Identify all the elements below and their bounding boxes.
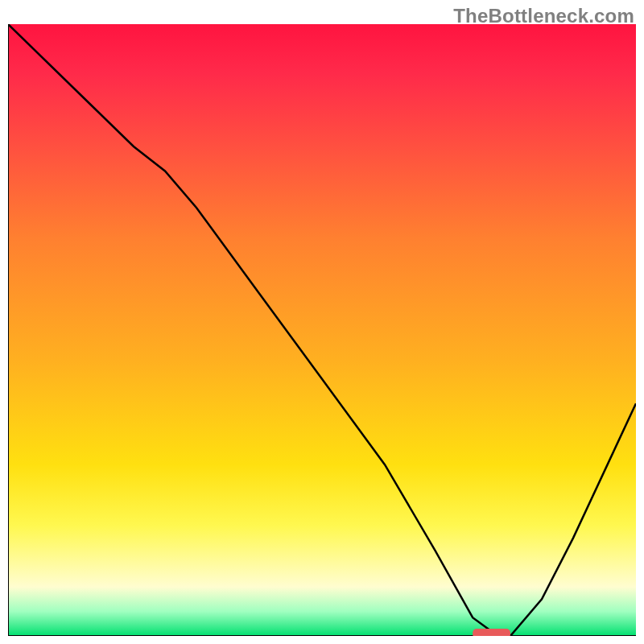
watermark-text: TheBottleneck.com — [453, 5, 634, 27]
plot-area — [8, 24, 636, 636]
chart-container: TheBottleneck.com — [0, 0, 644, 644]
bottleneck-curve — [8, 24, 636, 636]
chart-svg — [8, 24, 636, 636]
optimal-range-marker — [473, 629, 510, 636]
